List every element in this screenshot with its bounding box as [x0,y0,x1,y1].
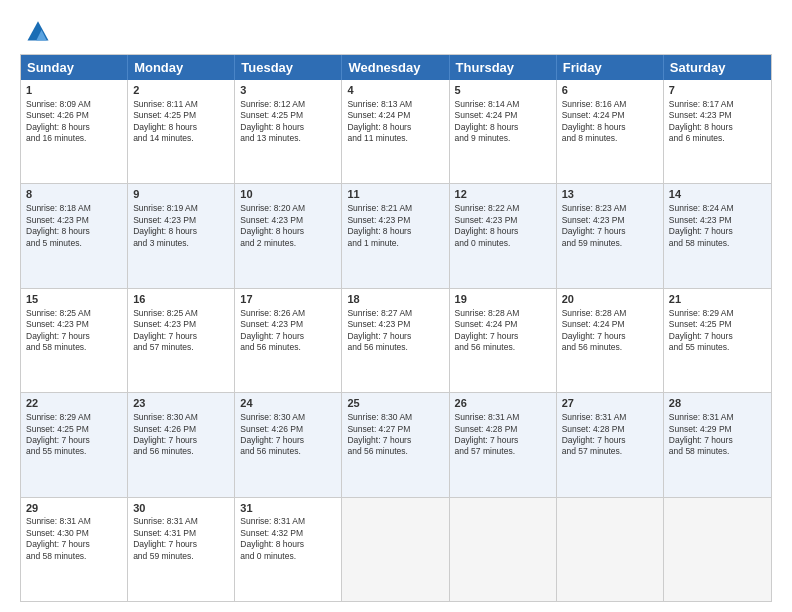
cal-cell: 16Sunrise: 8:25 AMSunset: 4:23 PMDayligh… [128,289,235,392]
day-info: Daylight: 7 hours [133,331,229,342]
cal-cell: 3Sunrise: 8:12 AMSunset: 4:25 PMDaylight… [235,80,342,183]
day-info: and 58 minutes. [26,342,122,353]
day-info: and 56 minutes. [347,446,443,457]
day-info: Daylight: 7 hours [669,435,766,446]
day-info: Sunrise: 8:19 AM [133,203,229,214]
day-info: Sunset: 4:25 PM [133,110,229,121]
day-info: Daylight: 8 hours [133,226,229,237]
day-info: Daylight: 7 hours [26,539,122,550]
day-info: and 11 minutes. [347,133,443,144]
day-info: Sunrise: 8:29 AM [669,308,766,319]
day-info: Sunrise: 8:14 AM [455,99,551,110]
day-info: and 3 minutes. [133,238,229,249]
cal-cell: 4Sunrise: 8:13 AMSunset: 4:24 PMDaylight… [342,80,449,183]
day-info: Daylight: 8 hours [26,122,122,133]
day-info: and 13 minutes. [240,133,336,144]
day-number: 27 [562,396,658,411]
day-info: Daylight: 7 hours [562,331,658,342]
day-info: Sunrise: 8:25 AM [133,308,229,319]
day-number: 3 [240,83,336,98]
cal-row-4: 22Sunrise: 8:29 AMSunset: 4:25 PMDayligh… [21,392,771,496]
day-info: and 56 minutes. [240,342,336,353]
day-info: and 6 minutes. [669,133,766,144]
day-info: Sunrise: 8:21 AM [347,203,443,214]
day-info: Daylight: 7 hours [562,226,658,237]
day-info: Daylight: 8 hours [26,226,122,237]
day-info: Daylight: 8 hours [455,226,551,237]
day-info: Daylight: 7 hours [455,331,551,342]
calendar-header: SundayMondayTuesdayWednesdayThursdayFrid… [21,55,771,80]
day-info: Sunset: 4:23 PM [26,319,122,330]
day-info: Sunrise: 8:30 AM [133,412,229,423]
day-info: and 16 minutes. [26,133,122,144]
day-info: Sunset: 4:23 PM [240,215,336,226]
day-info: Sunrise: 8:28 AM [455,308,551,319]
day-info: Sunrise: 8:09 AM [26,99,122,110]
cal-cell: 19Sunrise: 8:28 AMSunset: 4:24 PMDayligh… [450,289,557,392]
day-info: Sunrise: 8:22 AM [455,203,551,214]
day-info: Sunrise: 8:31 AM [455,412,551,423]
day-info: Daylight: 8 hours [347,122,443,133]
header [20,16,772,44]
cal-cell: 15Sunrise: 8:25 AMSunset: 4:23 PMDayligh… [21,289,128,392]
day-info: Sunrise: 8:25 AM [26,308,122,319]
cal-cell: 9Sunrise: 8:19 AMSunset: 4:23 PMDaylight… [128,184,235,287]
cal-cell: 29Sunrise: 8:31 AMSunset: 4:30 PMDayligh… [21,498,128,601]
day-info: and 0 minutes. [455,238,551,249]
day-number: 31 [240,501,336,516]
day-info: Sunset: 4:32 PM [240,528,336,539]
cal-row-1: 1Sunrise: 8:09 AMSunset: 4:26 PMDaylight… [21,80,771,183]
day-info: Sunset: 4:23 PM [455,215,551,226]
day-info: and 56 minutes. [562,342,658,353]
cal-cell: 14Sunrise: 8:24 AMSunset: 4:23 PMDayligh… [664,184,771,287]
day-info: and 9 minutes. [455,133,551,144]
cal-cell: 17Sunrise: 8:26 AMSunset: 4:23 PMDayligh… [235,289,342,392]
day-number: 24 [240,396,336,411]
cal-cell [342,498,449,601]
day-info: and 57 minutes. [133,342,229,353]
cal-header-wednesday: Wednesday [342,55,449,80]
day-number: 11 [347,187,443,202]
day-info: Sunset: 4:23 PM [26,215,122,226]
day-info: Sunset: 4:23 PM [669,110,766,121]
day-number: 5 [455,83,551,98]
day-info: Daylight: 8 hours [240,226,336,237]
day-info: and 1 minute. [347,238,443,249]
day-number: 8 [26,187,122,202]
day-number: 15 [26,292,122,307]
day-info: and 59 minutes. [133,551,229,562]
day-info: and 14 minutes. [133,133,229,144]
day-number: 2 [133,83,229,98]
cal-cell: 27Sunrise: 8:31 AMSunset: 4:28 PMDayligh… [557,393,664,496]
day-info: Sunset: 4:24 PM [562,319,658,330]
day-info: Daylight: 8 hours [669,122,766,133]
day-number: 30 [133,501,229,516]
cal-cell: 23Sunrise: 8:30 AMSunset: 4:26 PMDayligh… [128,393,235,496]
day-info: Sunrise: 8:13 AM [347,99,443,110]
day-info: Sunrise: 8:27 AM [347,308,443,319]
day-info: Sunset: 4:28 PM [455,424,551,435]
cal-cell: 25Sunrise: 8:30 AMSunset: 4:27 PMDayligh… [342,393,449,496]
day-info: Sunrise: 8:17 AM [669,99,766,110]
cal-cell: 31Sunrise: 8:31 AMSunset: 4:32 PMDayligh… [235,498,342,601]
cal-cell: 12Sunrise: 8:22 AMSunset: 4:23 PMDayligh… [450,184,557,287]
day-info: and 58 minutes. [669,238,766,249]
day-number: 18 [347,292,443,307]
day-info: Daylight: 8 hours [347,226,443,237]
day-info: Sunrise: 8:28 AM [562,308,658,319]
day-info: Sunset: 4:31 PM [133,528,229,539]
day-info: Daylight: 8 hours [240,122,336,133]
day-info: Sunrise: 8:12 AM [240,99,336,110]
cal-header-friday: Friday [557,55,664,80]
day-info: and 5 minutes. [26,238,122,249]
day-info: Sunset: 4:30 PM [26,528,122,539]
cal-cell: 28Sunrise: 8:31 AMSunset: 4:29 PMDayligh… [664,393,771,496]
day-info: Daylight: 7 hours [455,435,551,446]
day-info: Sunset: 4:23 PM [133,215,229,226]
cal-header-sunday: Sunday [21,55,128,80]
day-info: Daylight: 7 hours [240,435,336,446]
cal-cell: 24Sunrise: 8:30 AMSunset: 4:26 PMDayligh… [235,393,342,496]
day-info: Sunset: 4:23 PM [240,319,336,330]
cal-cell: 11Sunrise: 8:21 AMSunset: 4:23 PMDayligh… [342,184,449,287]
day-info: and 2 minutes. [240,238,336,249]
